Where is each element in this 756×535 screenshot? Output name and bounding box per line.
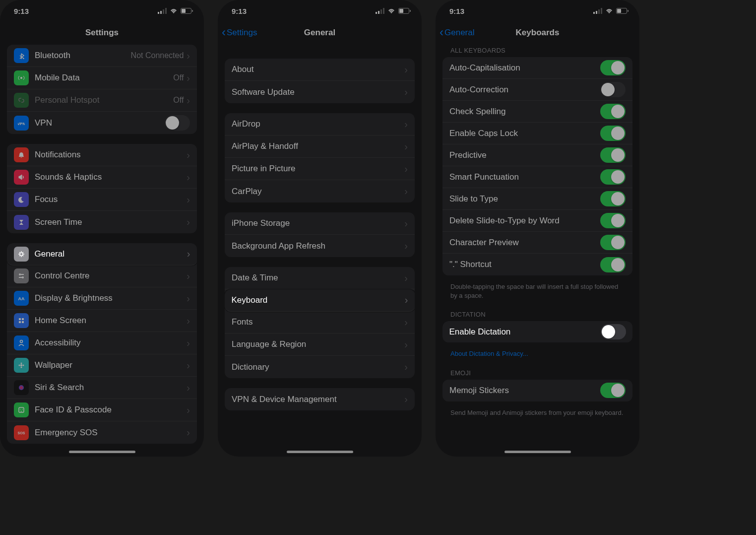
toggle[interactable] (600, 126, 626, 141)
toggle-knob (166, 116, 179, 130)
toggle[interactable] (600, 257, 626, 272)
chevron-right-icon: › (187, 293, 190, 304)
list-row[interactable]: About› (225, 59, 415, 81)
chevron-right-icon: › (187, 270, 190, 282)
list-row[interactable]: VPN & Device Management› (225, 388, 415, 410)
list-row[interactable]: SOSEmergency SOS› (7, 421, 197, 444)
home-indicator[interactable] (287, 451, 353, 453)
chevron-right-icon: › (404, 119, 408, 130)
list-row[interactable]: Slide to Type (442, 188, 632, 210)
toggle[interactable] (165, 115, 190, 131)
svg-rect-17 (19, 321, 21, 323)
list-row[interactable]: Memoji Stickers (442, 380, 632, 401)
svg-rect-1 (160, 11, 162, 14)
list-row[interactable]: Siri & Search› (7, 377, 197, 399)
list-row[interactable]: CarPlay› (225, 180, 415, 202)
chevron-right-icon: › (187, 382, 190, 394)
back-button[interactable]: ‹ Settings (222, 27, 257, 38)
list-row[interactable]: General› (7, 243, 197, 266)
list-row[interactable]: Face ID & Passcode› (7, 399, 197, 421)
list-row[interactable]: Notifications› (7, 144, 197, 166)
section-footer-emoji: Send Memoji and Animoji stickers from yo… (442, 405, 632, 425)
navbar: ‹ Settings General (218, 22, 422, 44)
dictation-privacy-link[interactable]: About Dictation & Privacy... (442, 346, 632, 366)
toggle[interactable] (600, 235, 626, 250)
keyboards-content[interactable]: ALL KEYBOARDS Auto-CapitalisationAuto-Co… (436, 44, 639, 457)
toggle[interactable] (600, 82, 626, 97)
svg-point-12 (22, 276, 24, 278)
list-row[interactable]: Picture in Picture› (225, 158, 415, 180)
list-row[interactable]: Delete Slide-to-Type by Word (442, 210, 632, 232)
svg-point-10 (19, 273, 21, 275)
app-icon: AA (14, 291, 29, 306)
home-indicator[interactable] (69, 451, 135, 453)
cellular-icon (593, 8, 602, 14)
list-row[interactable]: Control Centre› (7, 265, 197, 287)
toggle-knob (611, 384, 625, 397)
vpn-group: VPN & Device Management› (225, 388, 415, 410)
row-label: Wallpaper (35, 360, 187, 370)
list-row[interactable]: AADisplay & Brightness› (7, 287, 197, 310)
toggle[interactable] (600, 169, 626, 185)
list-row[interactable]: VPNVPN (7, 112, 197, 134)
settings-content[interactable]: BluetoothNot Connected›Mobile DataOff›Pe… (0, 45, 204, 457)
list-row[interactable]: Dictionary› (225, 356, 415, 378)
list-row[interactable]: Check Spelling (442, 101, 632, 123)
back-button[interactable]: ‹ General (440, 27, 474, 38)
toggle[interactable] (601, 324, 626, 339)
list-row[interactable]: Sounds & Haptics› (7, 166, 197, 189)
list-row[interactable]: BluetoothNot Connected› (7, 45, 197, 67)
list-row[interactable]: Date & Time› (225, 267, 415, 289)
toggle[interactable] (600, 191, 626, 206)
row-label: Character Preview (449, 238, 600, 248)
toggle[interactable] (600, 104, 626, 119)
list-row[interactable]: Enable Dictation (442, 321, 632, 342)
chevron-right-icon: › (404, 317, 408, 328)
phone-settings: 9:13 Settings BluetoothNot Connected›Mob… (0, 0, 204, 457)
chevron-right-icon: › (187, 172, 190, 183)
list-row[interactable]: Screen Time› (7, 211, 197, 233)
list-row[interactable]: Home Screen› (7, 310, 197, 332)
general-content[interactable]: About›Software Update› AirDrop›AirPlay &… (218, 44, 422, 457)
list-row[interactable]: Focus› (7, 189, 197, 211)
svg-point-25 (19, 385, 24, 390)
list-row[interactable]: Software Update› (225, 81, 415, 103)
row-label: Background App Refresh (232, 241, 404, 251)
list-row[interactable]: Background App Refresh› (225, 235, 415, 257)
list-row[interactable]: "." Shortcut (442, 254, 632, 275)
row-label: Fonts (232, 317, 404, 327)
chevron-right-icon: › (404, 86, 408, 98)
list-row[interactable]: Auto-Correction (442, 79, 632, 101)
list-row[interactable]: Wallpaper› (7, 354, 197, 377)
home-indicator[interactable] (504, 451, 571, 453)
list-row[interactable]: AirDrop› (225, 113, 415, 135)
list-row[interactable]: AirPlay & Handoff› (225, 135, 415, 158)
navbar: Settings (0, 22, 204, 44)
list-row[interactable]: Predictive (442, 144, 632, 166)
list-row[interactable]: Smart Punctuation (442, 166, 632, 188)
page-title: Keyboards (516, 28, 560, 38)
list-row[interactable]: Fonts› (225, 311, 415, 334)
status-time: 9:13 (14, 7, 29, 15)
battery-icon (181, 8, 193, 14)
list-row[interactable]: Personal HotspotOff› (7, 89, 197, 112)
toggle[interactable] (600, 383, 626, 398)
toggle[interactable] (600, 213, 626, 228)
list-row[interactable]: Enable Caps Lock (442, 123, 632, 144)
list-row[interactable]: Accessibility› (7, 332, 197, 354)
list-row[interactable]: Mobile DataOff› (7, 67, 197, 89)
svg-rect-32 (380, 9, 382, 14)
list-row[interactable]: Keyboard› (225, 289, 415, 312)
connectivity-group: BluetoothNot Connected›Mobile DataOff›Pe… (7, 45, 197, 134)
toggle[interactable] (600, 147, 626, 163)
list-row[interactable]: Character Preview (442, 232, 632, 254)
row-label: Emergency SOS (35, 428, 187, 438)
svg-rect-37 (593, 12, 595, 14)
list-row[interactable]: Language & Region› (225, 334, 415, 356)
toggle[interactable] (600, 60, 626, 75)
list-row[interactable]: iPhone Storage› (225, 212, 415, 235)
row-label: VPN & Device Management (232, 395, 404, 404)
cellular-icon (376, 8, 384, 14)
list-row[interactable]: Auto-Capitalisation (442, 57, 632, 79)
svg-rect-42 (617, 9, 621, 13)
